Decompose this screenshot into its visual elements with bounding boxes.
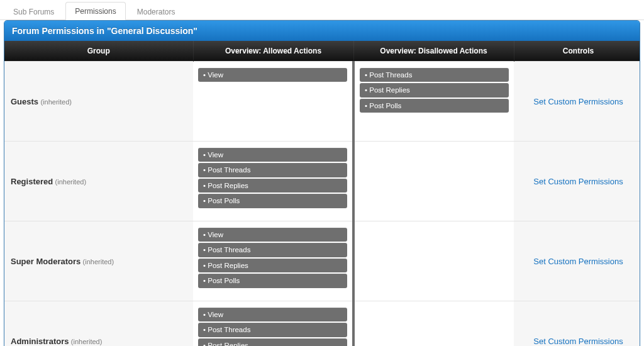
table-header-row: Group Overview: Allowed Actions Overview… bbox=[4, 41, 640, 62]
set-custom-permissions-link[interactable]: Set Custom Permissions bbox=[533, 97, 623, 106]
cell-group: Administrators (inherited) bbox=[4, 301, 193, 347]
panel-title: Forum Permissions in "General Discussion… bbox=[4, 21, 640, 41]
allowed-pill: • Post Polls bbox=[198, 194, 347, 208]
disallowed-pill: • Post Polls bbox=[360, 99, 509, 113]
cell-disallowed bbox=[353, 221, 514, 301]
cell-controls: Set Custom Permissions bbox=[514, 221, 640, 301]
group-note: (inherited) bbox=[40, 98, 72, 106]
allowed-pill: • View bbox=[198, 228, 347, 242]
allowed-pill: • View bbox=[198, 68, 347, 82]
allowed-pill: • View bbox=[198, 148, 347, 162]
allowed-pill: • Post Replies bbox=[198, 338, 347, 346]
tab-sub-forums[interactable]: Sub Forums bbox=[4, 3, 64, 20]
cell-controls: Set Custom Permissions bbox=[514, 62, 640, 142]
allowed-list: • View• Post Threads• Post Replies• Post… bbox=[198, 228, 347, 288]
col-group: Group bbox=[4, 41, 193, 62]
cell-allowed: • View bbox=[193, 62, 353, 142]
allowed-list: • View• Post Threads• Post Replies• Post… bbox=[198, 308, 347, 346]
cell-controls: Set Custom Permissions bbox=[514, 142, 640, 221]
allowed-pill: • View bbox=[198, 308, 347, 321]
set-custom-permissions-link[interactable]: Set Custom Permissions bbox=[533, 177, 623, 186]
allowed-list: • View bbox=[198, 68, 347, 82]
cell-allowed: • View• Post Threads• Post Replies• Post… bbox=[193, 142, 353, 221]
table-row: Guests (inherited)• View• Post Threads• … bbox=[4, 62, 640, 142]
cell-disallowed bbox=[353, 142, 514, 221]
allowed-pill: • Post Replies bbox=[198, 259, 347, 272]
group-name: Administrators bbox=[11, 337, 69, 346]
group-name: Guests bbox=[11, 97, 38, 106]
cell-group: Super Moderators (inherited) bbox=[4, 221, 193, 301]
cell-controls: Set Custom Permissions bbox=[514, 301, 640, 347]
cell-group: Registered (inherited) bbox=[4, 142, 193, 221]
cell-disallowed bbox=[353, 301, 514, 347]
tab-moderators[interactable]: Moderators bbox=[128, 3, 185, 20]
col-disallow: Overview: Disallowed Actions bbox=[353, 41, 514, 62]
table-row: Super Moderators (inherited)• View• Post… bbox=[4, 221, 640, 301]
allowed-pill: • Post Polls bbox=[198, 274, 347, 287]
disallowed-pill: • Post Threads bbox=[360, 68, 509, 82]
allowed-pill: • Post Replies bbox=[198, 179, 347, 193]
allowed-pill: • Post Threads bbox=[198, 323, 347, 337]
cell-allowed: • View• Post Threads• Post Replies• Post… bbox=[193, 301, 353, 347]
cell-allowed: • View• Post Threads• Post Replies• Post… bbox=[193, 221, 353, 301]
tabs-bar: Sub Forums Permissions Moderators bbox=[0, 0, 644, 20]
group-name: Registered bbox=[11, 177, 53, 186]
group-note: (inherited) bbox=[83, 258, 114, 265]
disallowed-pill: • Post Replies bbox=[360, 83, 509, 97]
disallowed-list: • Post Threads• Post Replies• Post Polls bbox=[360, 68, 509, 113]
col-allow: Overview: Allowed Actions bbox=[193, 41, 353, 62]
cell-group: Guests (inherited) bbox=[4, 62, 193, 142]
group-name: Super Moderators bbox=[11, 257, 80, 266]
allowed-pill: • Post Threads bbox=[198, 163, 347, 177]
tab-permissions[interactable]: Permissions bbox=[65, 2, 125, 20]
set-custom-permissions-link[interactable]: Set Custom Permissions bbox=[533, 257, 623, 266]
allowed-list: • View• Post Threads• Post Replies• Post… bbox=[198, 148, 347, 208]
permissions-panel: Forum Permissions in "General Discussion… bbox=[4, 20, 640, 346]
cell-disallowed: • Post Threads• Post Replies• Post Polls bbox=[353, 62, 514, 142]
set-custom-permissions-link[interactable]: Set Custom Permissions bbox=[533, 337, 623, 346]
table-row: Administrators (inherited)• View• Post T… bbox=[4, 301, 640, 347]
allowed-pill: • Post Threads bbox=[198, 243, 347, 257]
col-controls: Controls bbox=[514, 41, 640, 62]
table-row: Registered (inherited)• View• Post Threa… bbox=[4, 142, 640, 221]
group-note: (inherited) bbox=[71, 338, 103, 345]
table-body: Guests (inherited)• View• Post Threads• … bbox=[4, 62, 640, 347]
group-note: (inherited) bbox=[55, 178, 87, 186]
permissions-table: Group Overview: Allowed Actions Overview… bbox=[4, 41, 640, 346]
